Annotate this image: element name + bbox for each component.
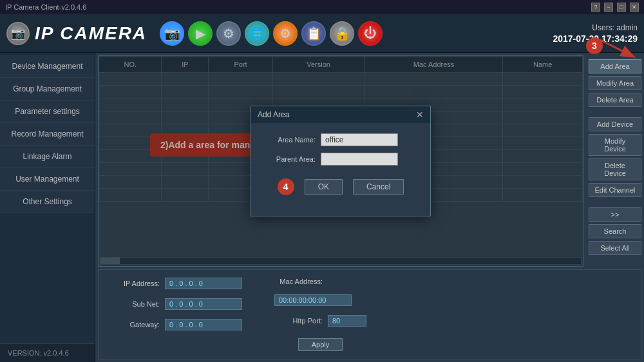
device-table-area: NO. IP Port Version Mac Address Name: [98, 55, 583, 267]
dialog-buttons: 4 OK Cancel: [264, 172, 417, 205]
bottom-panel: IP Address: Sub Net: Gateway: Mac Addres…: [98, 269, 641, 359]
record-toolbar-icon[interactable]: ⚙: [273, 21, 298, 46]
logo-area: 📷 IP CAMERA: [6, 22, 147, 45]
area-name-label: Area Name:: [264, 136, 316, 144]
spacer-2: [589, 200, 641, 205]
content-area: NO. IP Port Version Mac Address Name: [95, 53, 644, 362]
step3-arrow: [600, 40, 639, 59]
add-area-dialog: Add Area ✕ Area Name: Parent Area:: [251, 106, 431, 216]
maximize-button[interactable]: □: [617, 3, 626, 12]
right-panel: 3 Add Area Modify Area Delete Area: [586, 53, 644, 269]
main-layout: Device Management Group Management Param…: [0, 53, 644, 362]
header: 📷 IP CAMERA 📷 ▶ ⚙ 🌐 ⚙ 📋 🔒 ⏻ Users: admin…: [0, 14, 644, 53]
dialog-ok-button[interactable]: OK: [305, 179, 343, 195]
mac-field-row: [274, 294, 366, 306]
dialog-body: Area Name: Parent Area: 4 OK Cancel: [251, 123, 430, 216]
gateway-field-row: Gateway:: [111, 319, 242, 330]
delete-device-button[interactable]: Delete Device: [589, 158, 641, 180]
dialog-overlay: Add Area ✕ Area Name: Parent Area:: [99, 56, 583, 266]
add-area-button[interactable]: Add Area: [589, 59, 641, 73]
expand-button[interactable]: >>: [589, 207, 641, 222]
http-port-label: Http Port:: [274, 317, 323, 325]
area-name-input[interactable]: [321, 133, 398, 146]
settings-toolbar-icon[interactable]: ⚙: [216, 21, 241, 46]
network-toolbar-icon[interactable]: 🌐: [245, 21, 269, 46]
window-controls: ? − □ ✕: [591, 3, 639, 12]
parent-area-input[interactable]: [321, 153, 398, 166]
username-label: Users: admin: [553, 23, 638, 32]
sidebar-item-alarm[interactable]: Linkage Alarm: [0, 146, 95, 168]
version-label: VERSION: v2.0.4.6: [0, 343, 95, 362]
apply-row: Apply: [274, 336, 366, 351]
sidebar-item-user[interactable]: User Management: [0, 168, 95, 191]
app-title: IP Camera Client-v2.0.4.6: [5, 3, 86, 11]
modify-device-button[interactable]: Modify Device: [589, 134, 641, 156]
play-toolbar-icon[interactable]: ▶: [188, 21, 213, 46]
sidebar-item-other[interactable]: Other Settings: [0, 191, 95, 213]
close-button[interactable]: ✕: [630, 3, 639, 12]
select-all-button[interactable]: Select All: [589, 241, 641, 255]
power-toolbar-icon[interactable]: ⏻: [358, 21, 383, 46]
dialog-cancel-button[interactable]: Cancel: [353, 179, 404, 195]
logo-text: IP CAMERA: [35, 23, 147, 44]
step-4-badge: 4: [278, 178, 294, 195]
mac-http-fields: Mac Address: Http Port: Apply: [274, 278, 366, 351]
mac-label-row: Mac Address:: [274, 278, 366, 285]
minimize-button[interactable]: −: [604, 3, 613, 12]
gateway-input[interactable]: [165, 319, 242, 330]
sidebar-item-record[interactable]: Record Management: [0, 123, 95, 146]
dialog-titlebar: Add Area ✕: [251, 106, 430, 123]
mac-input[interactable]: [274, 294, 352, 306]
http-port-row: Http Port:: [274, 315, 366, 327]
subnet-input[interactable]: [165, 298, 242, 310]
mac-label: Mac Address:: [274, 278, 323, 285]
gateway-label: Gateway:: [111, 321, 160, 329]
search-button[interactable]: Search: [589, 224, 641, 238]
subnet-label: Sub Net:: [111, 300, 160, 308]
area-name-field: Area Name:: [264, 133, 417, 146]
svg-line-1: [600, 40, 632, 56]
ip-fields: IP Address: Sub Net: Gateway:: [111, 278, 242, 351]
sidebar-item-group[interactable]: Group Management: [0, 78, 95, 100]
http-port-input[interactable]: [328, 315, 366, 327]
sidebar-item-device[interactable]: Device Management: [0, 55, 95, 78]
add-device-button[interactable]: Add Device: [589, 117, 641, 131]
subnet-field-row: Sub Net:: [111, 298, 242, 310]
file-toolbar-icon[interactable]: 📋: [301, 21, 326, 46]
sidebar-item-parameters[interactable]: Parameter settings: [0, 100, 95, 123]
lock-toolbar-icon[interactable]: 🔒: [330, 21, 354, 46]
titlebar: IP Camera Client-v2.0.4.6 ? − □ ✕: [0, 0, 644, 14]
delete-area-button[interactable]: Delete Area: [589, 93, 641, 107]
dialog-close-button[interactable]: ✕: [416, 110, 424, 120]
ip-field-row: IP Address:: [111, 278, 242, 289]
parent-area-field: Parent Area:: [264, 153, 417, 166]
edit-channel-button[interactable]: Edit Channel: [589, 183, 641, 197]
sidebar: Device Management Group Management Param…: [0, 53, 95, 362]
toolbar: 📷 ▶ ⚙ 🌐 ⚙ 📋 🔒 ⏻: [160, 21, 553, 46]
camera-logo-icon: 📷: [6, 22, 30, 45]
camera-toolbar-icon[interactable]: 📷: [160, 21, 184, 46]
parent-area-label: Parent Area:: [264, 155, 316, 163]
modify-area-button[interactable]: Modify Area: [589, 76, 641, 90]
ip-label: IP Address:: [111, 280, 160, 287]
apply-button[interactable]: Apply: [298, 338, 343, 351]
dialog-title: Add Area: [258, 110, 289, 119]
ip-input[interactable]: [165, 278, 242, 289]
spacer-1: [589, 110, 641, 115]
help-button[interactable]: ?: [591, 3, 600, 12]
